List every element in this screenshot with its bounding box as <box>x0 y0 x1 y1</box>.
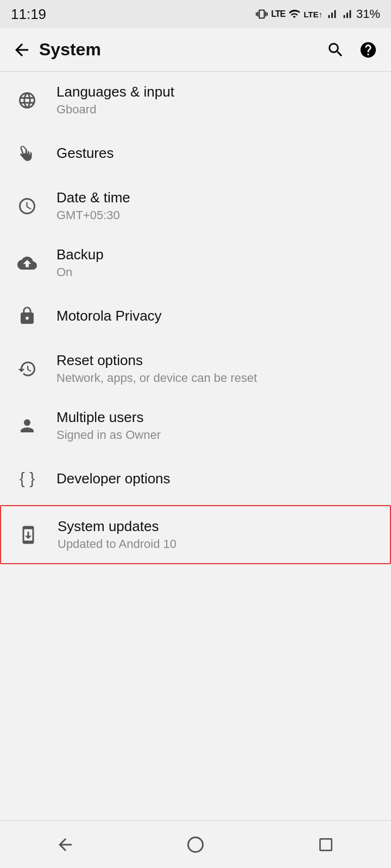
reset-icon <box>13 359 41 379</box>
home-nav-button[interactable] <box>174 828 217 861</box>
settings-item-datetime[interactable]: Date & time GMT+05:30 <box>0 177 391 234</box>
recents-nav-button[interactable] <box>304 828 348 861</box>
status-bar: 11:19 LTE LTE↑ 31% <box>0 0 391 28</box>
users-text: Multiple users Signed in as Owner <box>56 409 161 442</box>
lte2-icon: LTE↑ <box>304 10 323 19</box>
privacy-text: Motorola Privacy <box>56 308 162 324</box>
reset-subtitle: Network, apps, or device can be reset <box>56 371 257 385</box>
clock-icon <box>13 196 41 216</box>
gesture-icon <box>13 143 41 163</box>
settings-list: Languages & input Gboard Gestures Date &… <box>0 72 391 820</box>
settings-item-developer[interactable]: { } Developer options <box>0 454 391 503</box>
languages-subtitle: Gboard <box>56 103 174 117</box>
backup-icon <box>13 253 41 273</box>
battery-indicator: 31% <box>356 7 380 21</box>
users-title: Multiple users <box>56 409 161 426</box>
nav-bar <box>0 820 391 868</box>
settings-item-languages[interactable]: Languages & input Gboard <box>0 72 391 129</box>
back-button[interactable] <box>9 37 35 63</box>
datetime-text: Date & time GMT+05:30 <box>56 189 130 222</box>
update-icon <box>14 525 42 545</box>
developer-text: Developer options <box>56 470 171 487</box>
updates-title: System updates <box>58 518 176 535</box>
updates-subtitle: Updated to Android 10 <box>58 537 176 551</box>
backup-title: Backup <box>56 246 104 263</box>
recents-nav-icon <box>317 836 335 853</box>
help-button[interactable] <box>354 36 382 64</box>
developer-title: Developer options <box>56 470 171 487</box>
users-subtitle: Signed in as Owner <box>56 428 161 442</box>
back-nav-icon <box>55 835 75 854</box>
settings-item-gestures[interactable]: Gestures <box>0 129 391 177</box>
settings-item-reset[interactable]: Reset options Network, apps, or device c… <box>0 340 391 397</box>
app-bar: System <box>0 28 391 72</box>
wifi-icon <box>288 8 300 20</box>
settings-item-updates[interactable]: System updates Updated to Android 10 <box>0 505 391 564</box>
page-title: System <box>39 40 321 60</box>
settings-item-privacy[interactable]: Motorola Privacy <box>0 291 391 340</box>
vibrate-icon <box>256 8 268 20</box>
settings-item-users[interactable]: Multiple users Signed in as Owner <box>0 397 391 454</box>
home-nav-icon <box>186 835 205 854</box>
search-button[interactable] <box>321 36 350 64</box>
languages-title: Languages & input <box>56 84 174 100</box>
settings-item-backup[interactable]: Backup On <box>0 234 391 291</box>
back-nav-button[interactable] <box>43 828 87 861</box>
backup-subtitle: On <box>56 265 104 279</box>
globe-icon <box>13 91 41 110</box>
datetime-title: Date & time <box>56 189 130 206</box>
status-icons: LTE LTE↑ 31% <box>256 7 380 21</box>
reset-title: Reset options <box>56 352 257 369</box>
app-bar-actions <box>321 36 382 64</box>
privacy-icon <box>13 306 41 326</box>
user-icon <box>13 416 41 436</box>
search-icon <box>326 41 345 59</box>
status-time: 11:19 <box>11 6 46 23</box>
backup-text: Backup On <box>56 246 104 279</box>
datetime-subtitle: GMT+05:30 <box>56 208 130 222</box>
svg-point-0 <box>188 837 203 852</box>
gestures-text: Gestures <box>56 145 114 162</box>
updates-text: System updates Updated to Android 10 <box>58 518 176 551</box>
lte-icon: LTE <box>271 9 285 19</box>
gestures-title: Gestures <box>56 145 114 162</box>
help-icon <box>359 41 377 59</box>
privacy-title: Motorola Privacy <box>56 308 162 324</box>
developer-icon: { } <box>13 469 41 488</box>
reset-text: Reset options Network, apps, or device c… <box>56 352 257 385</box>
languages-text: Languages & input Gboard <box>56 84 174 117</box>
signal2-icon <box>341 8 353 20</box>
back-arrow-icon <box>12 40 31 60</box>
signal-icon <box>326 8 338 20</box>
svg-rect-1 <box>320 839 331 850</box>
